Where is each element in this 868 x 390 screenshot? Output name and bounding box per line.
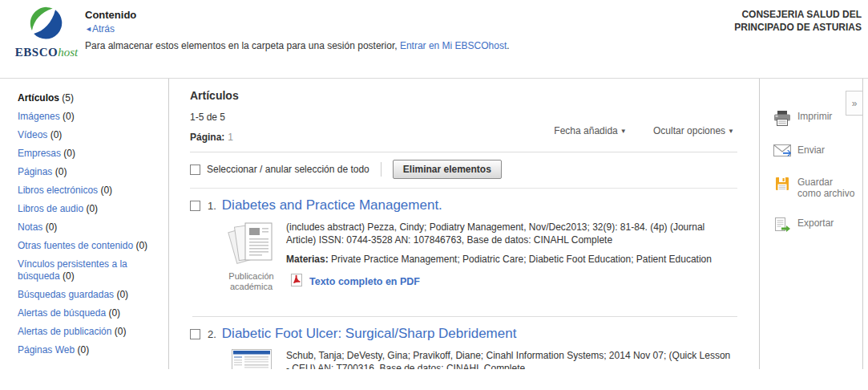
sidebar-item[interactable]: Páginas (0) [18, 166, 155, 178]
sidebar-item[interactable]: Alertas de publicación (0) [18, 326, 155, 338]
select-all-label: Seleccionar / anular selección de todo [207, 164, 369, 175]
save-file-button[interactable]: Guardar como archivo [773, 177, 862, 199]
source-type-label: Publicación académica [216, 271, 286, 292]
sign-in-link[interactable]: Entrar en Mi EBSCOhost [400, 40, 507, 51]
sidebar-item[interactable]: Alertas de búsqueda (0) [18, 307, 155, 319]
options-dropdown[interactable]: Ocultar opciones▼ [653, 125, 734, 136]
sidebar-item[interactable]: Notas (0) [18, 221, 155, 234]
chevron-down-icon: ▼ [728, 128, 734, 135]
result-number: 1. [208, 200, 216, 212]
result-citation: (includes abstract) Pezza, Cindy; Podiat… [286, 221, 731, 246]
back-link[interactable]: ◄Atrás [85, 23, 510, 35]
result-item-1: 1. Diabetes and Practice Management. [190, 197, 737, 317]
folder-session-note: Para almacenar estos elementos en la car… [85, 40, 510, 51]
sidebar-item[interactable]: Libros electrónicos (0) [18, 185, 155, 197]
result-number: 2. [208, 328, 216, 340]
academic-journal-icon [227, 253, 277, 266]
ebscohost-logo-icon [28, 30, 65, 44]
delete-items-button[interactable]: Eliminar elementos [393, 160, 502, 179]
chevron-down-icon: ▼ [620, 128, 627, 135]
sort-dropdown[interactable]: Fecha añadida▼ [554, 125, 626, 136]
sidebar-item[interactable]: Páginas Web (0) [18, 344, 155, 356]
results-title: Artículos [190, 89, 737, 102]
back-arrow-icon: ◄ [85, 25, 92, 33]
sidebar-item[interactable]: Vídeos (0) [18, 129, 155, 141]
result-title-link[interactable]: Diabetes and Practice Management. [222, 197, 442, 213]
selection-toolbar: Seleccionar / anular selección de todo E… [190, 160, 737, 179]
current-page: 1 [228, 132, 233, 143]
sidebar-item[interactable]: Vínculos persistentes a la búsqueda (0) [18, 258, 155, 282]
sidebar-item[interactable]: Búsquedas guardadas (0) [18, 289, 155, 301]
export-button[interactable]: Exportar [773, 217, 862, 232]
institution-name: CONSEJERIA SALUD DEL PRINCIPADO DE ASTUR… [734, 8, 862, 34]
folder-sidebar: Artículos (5) Imágenes (0) Vídeos (0) Em… [0, 79, 169, 369]
result-checkbox[interactable] [190, 201, 200, 211]
email-icon [773, 144, 791, 158]
divider [381, 162, 382, 177]
divider [190, 152, 737, 152]
sidebar-item[interactable]: Otras fuentes de contenido (0) [18, 240, 155, 252]
results-main: Artículos 1-5 de 5 Página:1 Fecha añadid… [190, 79, 737, 369]
sidebar-item[interactable]: Libros de audio (0) [18, 203, 155, 215]
divider [192, 316, 737, 317]
page-title: Contenido [85, 9, 510, 21]
tools-panel: » Imprimir [759, 79, 863, 369]
ebscohost-logo-text: EBSCOhost [10, 46, 83, 59]
ebscohost-logo: EBSCOhost [10, 5, 83, 59]
result-citation: Schub, Tanja; DeVesty, Gina; Pravikoff, … [286, 349, 731, 369]
collapse-panel-button[interactable]: » [846, 91, 863, 116]
result-item-2: 2. Diabetic Foot Ulcer: Surgical/Sharp D… [190, 326, 737, 369]
pdf-icon [291, 274, 302, 290]
sidebar-item[interactable]: Imágenes (0) [18, 111, 155, 123]
printer-icon [773, 111, 791, 126]
sidebar-item[interactable]: Empresas (0) [18, 148, 155, 160]
pdf-fulltext-link[interactable]: Texto completo en PDF [286, 274, 731, 290]
collapse-icon: » [852, 98, 858, 109]
save-icon [773, 177, 791, 191]
divider [190, 188, 737, 189]
page-header: EBSCOhost Contenido ◄Atrás Para almacena… [0, 0, 868, 79]
sidebar-item[interactable]: Artículos (5) [18, 92, 155, 104]
results-range: 1-5 de 5 [190, 112, 737, 123]
select-all-checkbox[interactable] [190, 165, 200, 175]
export-icon [773, 217, 791, 232]
result-title-link[interactable]: Diabetic Foot Ulcer: Surgical/Sharp Debr… [222, 326, 517, 342]
result-subjects: Materias: Private Practice Management; P… [286, 253, 731, 266]
email-button[interactable]: Enviar [773, 144, 862, 158]
result-checkbox[interactable] [190, 329, 200, 339]
